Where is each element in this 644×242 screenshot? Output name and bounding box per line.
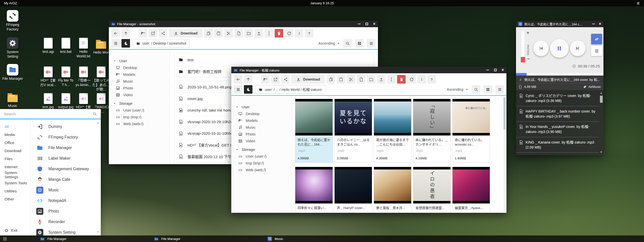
chevron-down-icon[interactable] — [337, 42, 340, 45]
sidebar-item-video[interactable]: Video — [113, 91, 170, 98]
next-button[interactable] — [570, 41, 586, 56]
app-notepada[interactable]: NotepadA — [31, 195, 101, 206]
sidebar-item-user-drive[interactable]: User (user:/) — [236, 153, 292, 160]
scrollbar[interactable] — [503, 97, 506, 211]
dark-mode-button[interactable] — [121, 39, 130, 48]
volume-down-label[interactable]: − — [527, 56, 530, 62]
desktop-icon-ffmpeg-factory[interactable]: FFmpeg Factory — [2, 10, 23, 31]
new-folder-button[interactable] — [244, 29, 253, 38]
properties-button[interactable] — [295, 29, 303, 38]
desktop-icon-file-manager[interactable]: File Manager — [2, 64, 23, 81]
up-button[interactable] — [244, 75, 252, 84]
task-file-manager-1[interactable]: File Manager — [40, 235, 67, 242]
title-bar[interactable]: File Manager - screenshot × — [109, 21, 378, 27]
copy-button[interactable] — [327, 75, 335, 84]
sidebar-item-music[interactable]: Music — [113, 78, 170, 85]
desktop-icon-hello-wor-folder[interactable]: Hello Wor — [92, 38, 110, 55]
desktop-icon-test-jpg[interactable]: test.jpg — [39, 93, 57, 110]
dark-mode-button[interactable] — [244, 85, 252, 94]
paste-button[interactable] — [337, 75, 345, 84]
list-menu-button[interactable] — [234, 85, 242, 94]
desktop-icon-video-utattemita[interactable]: 【歌ってみた】あの…が飽... — [92, 66, 110, 92]
trash-button[interactable] — [397, 75, 406, 84]
download-button[interactable]: Download — [291, 75, 325, 84]
grid-card[interactable]: 君が夜の海に還るまで＿こんにちは谷田... .mp3 4.35MB — [374, 99, 411, 163]
sidebar-item-models[interactable]: Models — [113, 71, 170, 78]
playlist-item[interactable]: Cynic _ ポリスピカデリー cover. by 柘榴-zakuro-.mp… — [516, 91, 599, 106]
minimize-button[interactable] — [592, 24, 595, 24]
open-button[interactable] — [139, 29, 147, 38]
sidebar-item-photo[interactable]: Photo — [113, 85, 170, 91]
grid-card[interactable]: イロの愚者 妄想感傷代償連盟... — [413, 167, 451, 213]
pause-button[interactable] — [550, 39, 569, 58]
search-button[interactable] — [472, 85, 480, 94]
scrollbar-thumb[interactable] — [503, 97, 506, 129]
app-ffmpeg-factory[interactable]: FFmpeg Factory — [31, 132, 101, 143]
category-office[interactable]: Office — [0, 139, 30, 147]
desktop-icon-video-yukimine[interactable]: 『雪峰～yu kimin... — [75, 66, 92, 87]
app-label-maker[interactable]: Label Maker — [31, 153, 101, 164]
category-all[interactable]: All — [0, 122, 30, 130]
properties-button[interactable] — [417, 75, 426, 84]
sidebar-item-video[interactable]: Video — [236, 137, 292, 144]
refresh-button[interactable] — [407, 75, 416, 84]
desktop-icon-test-agi[interactable]: test.agi — [39, 38, 57, 54]
list-view-button[interactable] — [495, 85, 504, 94]
upload-button[interactable] — [377, 75, 385, 84]
sidebar-item-models[interactable]: Models — [236, 117, 292, 124]
category-download[interactable]: Download — [0, 147, 30, 155]
task-music[interactable]: Music — [268, 235, 283, 242]
up-button[interactable] — [121, 29, 130, 38]
category-system-tools[interactable]: System Tools — [0, 179, 30, 187]
playlist-item[interactable]: HAPPY BIRTHDAY _ back number cover. by柘榴… — [516, 106, 599, 122]
search-button[interactable] — [343, 39, 352, 48]
repeat-button[interactable] — [591, 34, 602, 44]
close-button[interactable]: × — [502, 68, 504, 72]
launcher-button[interactable] — [0, 237, 10, 241]
sidebar-item-web-drive[interactable]: Web (web:/) — [236, 166, 292, 173]
open-in-new-button[interactable] — [149, 29, 157, 38]
sidebar-item-web-drive[interactable]: Web (web:/) — [113, 120, 170, 127]
search-input[interactable]: Search — [0, 109, 101, 119]
grid-card[interactable]: 幽霊東京＿Ayase... — [452, 167, 490, 213]
list-menu-button[interactable] — [111, 39, 120, 48]
app-music[interactable]: Music — [31, 185, 101, 195]
sidebar-item-user-drive[interactable]: User (user:/) — [113, 107, 170, 114]
cut-button[interactable] — [347, 75, 355, 84]
desktop-icon-hello-world-txt[interactable]: Hello World.txt — [75, 38, 92, 58]
close-button[interactable]: × — [599, 22, 601, 26]
rename-button[interactable] — [265, 29, 273, 38]
app-management-gateway[interactable]: Management Gateway — [31, 164, 101, 174]
cut-button[interactable] — [224, 29, 233, 38]
grid-card[interactable]: 夏を見て いるかな 八月のレイニー＿はるまきごはん co... .mp3 3.0… — [334, 99, 372, 163]
playlist-toggle-button[interactable] — [591, 46, 602, 56]
new-folder-button[interactable] — [367, 75, 375, 84]
scroll-down-icon[interactable] — [600, 151, 603, 154]
category-other[interactable]: Other — [0, 195, 30, 203]
volume-up-label[interactable]: + — [527, 30, 529, 36]
category-internet[interactable]: Internet — [0, 163, 30, 171]
new-file-button[interactable] — [234, 29, 243, 38]
minimize-button[interactable] — [486, 70, 489, 70]
scroll-up-icon[interactable] — [96, 121, 100, 124]
help-button[interactable] — [427, 75, 436, 84]
scroll-down-icon[interactable] — [96, 230, 100, 233]
maximize-button[interactable] — [366, 23, 368, 25]
help-button[interactable] — [305, 29, 313, 38]
playlist-item[interactable]: In Your Hands _ yusukeP cover. by 柘榴-zak… — [516, 122, 599, 137]
sidebar-section-user[interactable]: User — [113, 57, 170, 64]
sidebar-item-desktop[interactable]: Desktop — [236, 110, 292, 117]
app-dummy[interactable]: Dummy — [31, 121, 101, 132]
share-button[interactable] — [159, 29, 167, 38]
upload-button[interactable] — [254, 29, 263, 38]
grid-view-button[interactable] — [484, 85, 492, 94]
volume-slider-thumb[interactable] — [521, 57, 525, 62]
grid-card[interactable]: 声＿HarryP cover... — [334, 167, 372, 213]
sidebar-item-tmp-drive[interactable]: tmp (tmp:/) — [236, 160, 292, 166]
app-manga-cafe[interactable]: Manga Cafe — [31, 174, 101, 185]
app-photo[interactable]: Photo — [31, 206, 101, 217]
grid-card[interactable]: 四季折々に揺蕩い... — [295, 167, 333, 213]
grid-view-button[interactable] — [355, 39, 364, 48]
hamburger-menu-icon[interactable] — [636, 2, 640, 5]
sidebar-section-user[interactable]: User — [236, 103, 292, 110]
